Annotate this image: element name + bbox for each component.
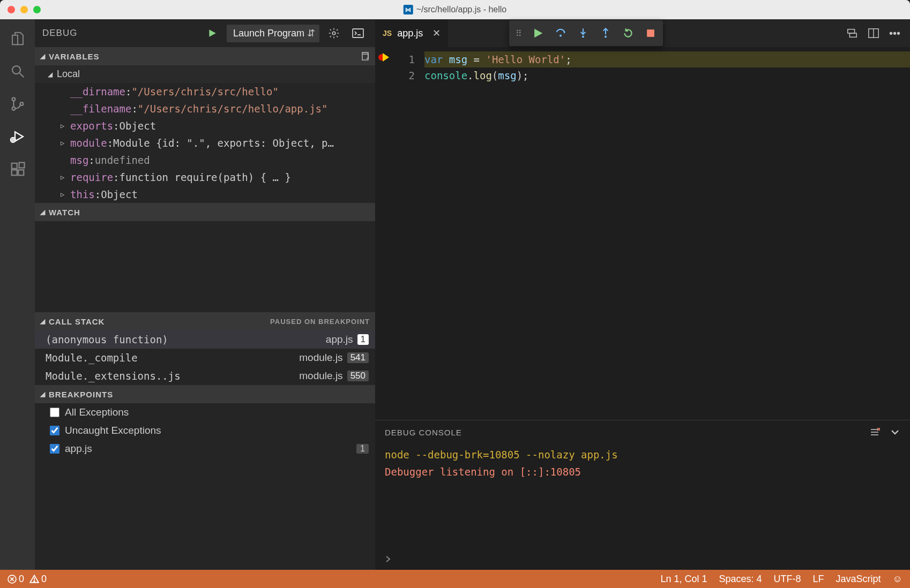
callstack-label: CALL STACK [49,317,105,326]
window-title-text: ~/src/hello/app.js - hello [416,5,507,14]
watch-label: WATCH [49,208,80,217]
glyph-margin[interactable] [375,47,392,420]
continue-button[interactable] [532,27,544,39]
chevron-down-icon: ◢ [40,52,46,60]
explorer-icon[interactable] [8,29,27,48]
status-bar: 0 0 Ln 1, Col 1 Spaces: 4 UTF-8 LF JavaS… [0,570,910,588]
svg-marker-21 [534,29,542,38]
debug-toolbar[interactable]: ⠿ [509,20,663,46]
js-file-icon: JS [383,29,392,37]
line-number: 1 [392,51,415,67]
minimize-window-button[interactable] [20,6,28,13]
breakpoint-row[interactable]: app.js1 [35,440,375,458]
svg-point-37 [34,581,35,582]
close-window-button[interactable] [8,6,15,13]
code-content[interactable]: var msg = 'Hello World'; console.log(msg… [424,47,910,420]
debug-console-icon[interactable] [348,26,368,41]
variable-row[interactable]: __filename: "/Users/chris/src/hello/app.… [35,100,375,117]
debug-icon[interactable] [8,127,27,146]
variables-label: VARIABLES [49,52,100,61]
svg-rect-12 [19,162,24,168]
find-replace-icon[interactable] [846,27,858,39]
editor-area: JS app.js ✕ ••• ⠿ [375,19,910,570]
callstack-section-header[interactable]: ◢ CALL STACK PAUSED ON BREAKPOINT [35,312,375,330]
tab-app-js[interactable]: JS app.js ✕ [375,19,449,47]
titlebar: ⋈ ~/src/hello/app.js - hello [0,0,910,19]
svg-rect-15 [353,29,363,37]
svg-rect-27 [647,29,654,37]
breakpoint-row[interactable]: Uncaught Exceptions [35,421,375,440]
start-debug-button[interactable] [203,26,221,40]
warnings-count: 0 [41,574,47,585]
cursor-position[interactable]: Ln 1, Col 1 [660,574,707,585]
variable-row[interactable]: __dirname: "/Users/chris/src/hello" [35,83,375,100]
step-over-button[interactable] [555,27,566,39]
chevron-down-icon[interactable] [890,427,900,438]
variable-row[interactable]: msg: undefined [35,152,375,169]
split-editor-icon[interactable] [868,27,879,39]
svg-line-1 [19,73,24,77]
watch-section-header[interactable]: ◢ WATCH [35,203,375,221]
code-editor[interactable]: 1 2 var msg = 'Hello World'; console.log… [375,47,910,420]
debug-console-output[interactable]: node --debug-brk=10805 --nolazy app.js D… [375,444,910,548]
callstack-frame[interactable]: (anonymous function)app.js1 [35,330,375,349]
variable-row[interactable]: ▷require: function require(path) { … } [35,169,375,186]
step-into-button[interactable] [577,27,589,39]
variable-row[interactable]: ▷module: Module {id: ".", exports: Objec… [35,134,375,152]
extensions-icon[interactable] [8,160,27,178]
breakpoint-current-line-icon[interactable] [375,51,392,63]
line-number: 2 [392,67,415,84]
errors-status[interactable]: 0 [8,574,24,585]
variable-row[interactable]: ▷exports: Object [35,117,375,134]
code-line-2[interactable]: console.log(msg); [424,67,910,84]
restart-button[interactable] [622,27,634,39]
breakpoint-checkbox[interactable] [50,408,59,417]
variables-list: __dirname: "/Users/chris/src/hello"__fil… [35,83,375,203]
more-icon[interactable]: ••• [889,27,900,40]
maximize-window-button[interactable] [33,6,41,13]
breakpoint-checkbox[interactable] [50,444,59,454]
debug-header: DEBUG Launch Program ⇵ [35,19,375,47]
debug-console-input[interactable] [375,548,910,570]
callstack-frame[interactable]: Module._extensions..jsmodule.js550 [35,367,375,385]
breakpoints-label: BREAKPOINTS [49,390,113,399]
step-out-button[interactable] [600,27,611,39]
vscode-icon: ⋈ [404,5,413,14]
breakpoints-list: All ExceptionsUncaught Exceptionsapp.js1 [35,403,375,458]
breakpoint-row[interactable]: All Exceptions [35,403,375,421]
gear-icon[interactable] [325,25,343,41]
scope-local[interactable]: ◢ Local [35,65,375,83]
close-icon[interactable]: ✕ [432,27,441,39]
svg-rect-16 [362,54,368,60]
variables-section-header[interactable]: ◢ VARIABLES [35,47,375,65]
debug-config-select[interactable]: Launch Program ⇵ [227,25,319,42]
clear-console-icon[interactable] [869,427,880,438]
breakpoints-section-header[interactable]: ◢ BREAKPOINTS [35,385,375,403]
svg-rect-9 [11,163,17,168]
errors-count: 0 [19,574,24,585]
encoding-status[interactable]: UTF-8 [774,574,801,585]
callstack-frame[interactable]: Module._compilemodule.js541 [35,349,375,367]
variable-row[interactable]: ▷this: Object [35,186,375,203]
language-status[interactable]: JavaScript [836,574,881,585]
indentation-status[interactable]: Spaces: 4 [719,574,762,585]
eol-status[interactable]: LF [813,574,824,585]
feedback-icon[interactable]: ☺ [893,574,902,585]
source-control-icon[interactable] [8,94,27,113]
drag-handle-icon[interactable]: ⠿ [516,28,521,39]
debug-console-tab[interactable]: DEBUG CONSOLE [385,428,462,437]
warnings-status[interactable]: 0 [29,574,47,585]
svg-marker-5 [15,132,23,141]
breakpoint-checkbox[interactable] [50,426,59,435]
collapse-all-icon[interactable] [359,51,370,62]
svg-point-0 [12,66,20,74]
stop-button[interactable] [645,27,657,39]
svg-marker-13 [209,29,215,37]
svg-rect-17 [848,29,855,33]
search-icon[interactable] [8,62,27,80]
debug-config-label: Launch Program [227,25,319,42]
code-line-1[interactable]: var msg = 'Hello World'; [424,51,910,67]
line-numbers: 1 2 [392,47,424,420]
chevron-down-icon: ◢ [40,208,46,216]
svg-point-24 [582,36,584,38]
